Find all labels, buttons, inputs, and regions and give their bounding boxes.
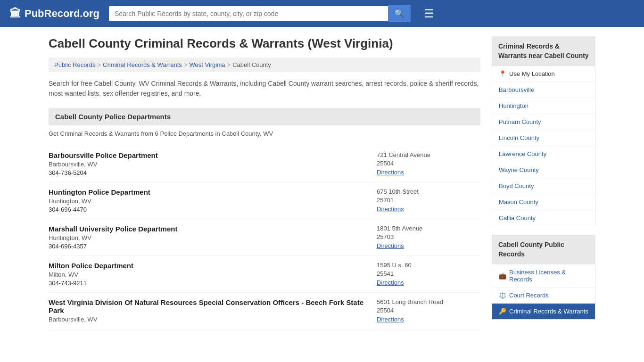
- dept-info: Barboursville Police Department Barbours…: [49, 151, 158, 176]
- dept-city: Barboursville, WV: [49, 161, 158, 168]
- search-button[interactable]: 🔍: [388, 5, 411, 22]
- dept-city: Huntington, WV: [49, 234, 177, 241]
- breadcrumb-criminal-records[interactable]: Criminal Records & Warrants: [103, 61, 182, 68]
- nearby-item[interactable]: Lawrence County: [492, 146, 595, 162]
- nearby-item-label: Barboursville: [499, 86, 534, 93]
- dept-phone: 304-736-5204: [49, 169, 158, 176]
- public-records-list: 💼Business Licenses & Records⚖️Court Reco…: [492, 264, 595, 320]
- search-bar: 🔍: [109, 5, 411, 22]
- nearby-list: 📍Use My LocationBarboursvilleHuntingtonP…: [492, 66, 595, 226]
- dept-info: Milton Police Department Milton, WV 304-…: [49, 262, 133, 287]
- dept-street: 1801 5th Avenue: [377, 225, 480, 232]
- dept-city: Milton, WV: [49, 271, 133, 278]
- public-records-header: Cabell County Public Records: [492, 235, 595, 264]
- breadcrumb-public-records[interactable]: Public Records: [54, 61, 95, 68]
- dept-city: Barboursville, WV: [49, 316, 377, 323]
- nearby-item-label: Lincoln County: [499, 134, 539, 141]
- dept-city: Huntington, WV: [49, 197, 150, 205]
- dept-street: 721 Central Avenue: [377, 151, 480, 158]
- dept-zip: 25504: [377, 307, 480, 314]
- dept-info: Huntington Police Department Huntington,…: [49, 188, 150, 213]
- dept-address-block: 675 10th Street 25701 Directions: [377, 188, 480, 213]
- nearby-section: Criminal Records & Warrants near Cabell …: [492, 36, 595, 226]
- nearby-item[interactable]: Boyd County: [492, 178, 595, 194]
- nearby-item[interactable]: Wayne County: [492, 162, 595, 178]
- dept-street: 5601 Long Branch Road: [377, 298, 480, 305]
- directions-link[interactable]: Directions: [377, 279, 404, 286]
- menu-button[interactable]: ☰: [420, 5, 438, 22]
- directions-link[interactable]: Directions: [377, 169, 404, 176]
- nearby-item[interactable]: Putnam County: [492, 114, 595, 130]
- nearby-item[interactable]: Mason County: [492, 194, 595, 210]
- pub-records-icon: ⚖️: [499, 292, 506, 299]
- dept-street: 1595 U.s. 60: [377, 262, 480, 269]
- page-title: Cabell County Criminal Records & Warrant…: [49, 36, 480, 51]
- dept-entry: West Virginia Division Of Natural Resour…: [49, 293, 480, 330]
- dept-phone: 304-743-9211: [49, 280, 133, 287]
- nearby-item[interactable]: 📍Use My Location: [492, 66, 595, 82]
- site-header: 🏛 PubRecord.org 🔍 ☰: [0, 0, 644, 27]
- dept-name: Barboursville Police Department: [49, 151, 158, 159]
- directions-link[interactable]: Directions: [377, 242, 404, 249]
- section-heading: Cabell County Police Departments: [49, 108, 480, 125]
- nearby-item[interactable]: Gallia County: [492, 210, 595, 226]
- public-records-item[interactable]: 💼Business Licenses & Records: [492, 264, 595, 288]
- dept-phone: 304-696-4357: [49, 243, 177, 250]
- nearby-item-label: Boyd County: [499, 182, 534, 189]
- nearby-header: Criminal Records & Warrants near Cabell …: [492, 36, 595, 66]
- dept-zip: 25701: [377, 197, 480, 204]
- sidebar: Criminal Records & Warrants near Cabell …: [492, 36, 595, 330]
- public-records-item[interactable]: 🔑Criminal Records & Warrants: [492, 304, 595, 319]
- department-list: Barboursville Police Department Barbours…: [49, 146, 480, 330]
- dept-zip: 25541: [377, 270, 480, 277]
- pub-records-icon: 💼: [499, 272, 506, 280]
- nearby-item-label: Use My Location: [509, 70, 555, 77]
- dept-zip: 25703: [377, 233, 480, 240]
- dept-info: Marshall University Police Department Hu…: [49, 225, 177, 250]
- dept-entry: Marshall University Police Department Hu…: [49, 219, 480, 256]
- page-description: Search for free Cabell County, WV Crimin…: [49, 79, 480, 99]
- logo-text: PubRecord.org: [25, 8, 99, 20]
- dept-entry: Milton Police Department Milton, WV 304-…: [49, 256, 480, 293]
- dept-address-block: 5601 Long Branch Road 25504 Directions: [377, 298, 480, 324]
- content-area: Cabell County Criminal Records & Warrant…: [49, 36, 480, 330]
- breadcrumb-current: Cabell County: [232, 61, 271, 68]
- dept-name: West Virginia Division Of Natural Resour…: [49, 298, 377, 314]
- breadcrumb-sep-2: >: [184, 61, 188, 68]
- dept-phone: 304-696-4470: [49, 206, 150, 213]
- search-input[interactable]: [109, 6, 388, 21]
- public-records-item[interactable]: ⚖️Court Records: [492, 288, 595, 304]
- breadcrumb-sep-1: >: [97, 61, 101, 68]
- dept-street: 675 10th Street: [377, 188, 480, 195]
- nearby-item-label: Mason County: [499, 198, 538, 206]
- main-container: Cabell County Criminal Records & Warrant…: [39, 27, 605, 340]
- directions-link[interactable]: Directions: [377, 206, 404, 213]
- logo-icon: 🏛: [9, 7, 21, 20]
- nearby-item-label: Huntington: [499, 102, 528, 109]
- breadcrumb-sep-3: >: [227, 61, 231, 68]
- directions-link[interactable]: Directions: [377, 316, 404, 323]
- dept-address-block: 1595 U.s. 60 25541 Directions: [377, 262, 480, 287]
- nearby-item[interactable]: Barboursville: [492, 82, 595, 98]
- pub-records-icon: 🔑: [499, 308, 506, 315]
- pub-records-label: Court Records: [509, 292, 549, 299]
- breadcrumb: Public Records > Criminal Records & Warr…: [49, 58, 480, 72]
- pub-records-label: Criminal Records & Warrants: [509, 308, 588, 315]
- nearby-item-label: Putnam County: [499, 118, 541, 125]
- location-icon: 📍: [499, 70, 506, 77]
- nearby-item[interactable]: Huntington: [492, 98, 595, 114]
- nearby-item-label: Gallia County: [499, 214, 536, 222]
- dept-address-block: 721 Central Avenue 25504 Directions: [377, 151, 480, 176]
- pub-records-label: Business Licenses & Records: [509, 269, 588, 283]
- dept-info: West Virginia Division Of Natural Resour…: [49, 298, 377, 324]
- section-subtitle: Get Criminal Records & Warrants from 6 P…: [49, 130, 480, 137]
- public-records-section: Cabell County Public Records 💼Business L…: [492, 235, 595, 320]
- dept-name: Marshall University Police Department: [49, 225, 177, 233]
- nearby-item-label: Wayne County: [499, 166, 539, 173]
- breadcrumb-west-virginia[interactable]: West Virginia: [189, 61, 225, 68]
- nearby-item[interactable]: Lincoln County: [492, 130, 595, 146]
- nearby-item-label: Lawrence County: [499, 150, 546, 157]
- dept-name: Huntington Police Department: [49, 188, 150, 196]
- logo[interactable]: 🏛 PubRecord.org: [9, 7, 99, 20]
- dept-zip: 25504: [377, 160, 480, 167]
